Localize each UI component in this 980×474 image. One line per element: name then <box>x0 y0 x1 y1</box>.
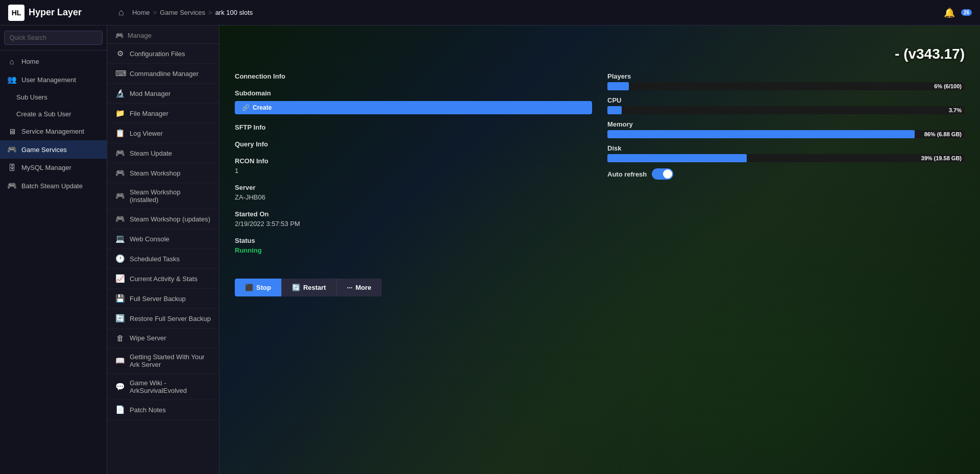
submenu-item-scheduled-tasks[interactable]: 🕐 Scheduled Tasks <box>107 249 219 269</box>
disk-bar-bg: 39% (19.58 GB) <box>607 154 965 162</box>
cpu-bar-fill <box>607 106 622 114</box>
steam-update-icon: 🎮 <box>115 148 125 158</box>
search-input[interactable] <box>4 31 103 45</box>
submenu-label-file-manager: File Manager <box>130 110 168 117</box>
submenu-item-log-viewer[interactable]: 📋 Log Viewer <box>107 123 219 143</box>
app-name: Hyper Layer <box>29 7 82 18</box>
submenu-item-activity-stats[interactable]: 📈 Current Activity & Stats <box>107 269 219 289</box>
submenu-header-label: Manage <box>128 32 152 39</box>
disk-label: Disk <box>607 144 965 152</box>
commandline-icon: ⌨ <box>115 69 125 78</box>
submenu-item-workshop-updates[interactable]: 🎮 Steam Workshop (updates) <box>107 209 219 229</box>
sidebar-label-home: Home <box>21 58 39 65</box>
config-icon: ⚙ <box>115 49 125 58</box>
submenu-label-getting-started: Getting Started With Your Ark Server <box>130 353 211 368</box>
database-icon: 🗄 <box>7 163 16 172</box>
memory-stat: Memory 86% (6.88 GB) <box>607 120 965 138</box>
sidebar-item-batch-steam[interactable]: 🎮 Batch Steam Update <box>0 177 107 195</box>
submenu-item-restore-backup[interactable]: 🔄 Restore Full Server Backup <box>107 309 219 329</box>
players-label: Players <box>607 72 965 80</box>
submenu-item-patch-notes[interactable]: 📄 Patch Notes <box>107 400 219 420</box>
mod-icon: 🔬 <box>115 89 125 98</box>
submenu-item-steam-workshop[interactable]: 🎮 Steam Workshop <box>107 163 219 183</box>
sidebar-item-create-sub-user[interactable]: Create a Sub User <box>0 106 107 122</box>
submenu-item-file-manager[interactable]: 📁 File Manager <box>107 104 219 123</box>
sidebar-label-game-services: Game Services <box>21 146 67 154</box>
breadcrumb: Home > Game Services > ark 100 slots <box>132 9 936 16</box>
submenu-item-mod-manager[interactable]: 🔬 Mod Manager <box>107 84 219 104</box>
info-grid: Connection Info Subdomain 🔗 Create SFTP … <box>235 72 965 296</box>
submenu-label-steam-update: Steam Update <box>130 149 172 157</box>
breadcrumb-home[interactable]: Home <box>132 9 150 16</box>
logo: HL Hyper Layer <box>8 5 110 21</box>
subdomain-create-button[interactable]: 🔗 Create <box>235 101 592 114</box>
submenu-item-wipe-server[interactable]: 🗑 Wipe Server <box>107 329 219 348</box>
home-nav-icon[interactable]: ⌂ <box>118 7 124 18</box>
sidebar-item-home[interactable]: ⌂ Home <box>0 53 107 70</box>
breadcrumb-sep-1: > <box>153 9 157 16</box>
more-icon: ··· <box>347 284 353 291</box>
connection-info-label: Connection Info <box>235 72 592 80</box>
home-icon: ⌂ <box>7 57 16 66</box>
sidebar-label-service-management: Service Management <box>21 128 84 135</box>
sidebar-item-sub-users[interactable]: Sub Users <box>0 89 107 106</box>
stop-label: Stop <box>256 284 271 291</box>
submenu-item-steam-update[interactable]: 🎮 Steam Update <box>107 143 219 163</box>
sftp-label: SFTP Info <box>235 123 592 131</box>
content-area: - (v343.17) Connection Info Subdomain 🔗 … <box>219 26 980 307</box>
workshop-installed-icon: 🎮 <box>115 191 125 201</box>
query-info: Query Info <box>235 140 592 148</box>
players-stat: Players 6% (6/100) <box>607 72 965 90</box>
auto-refresh-toggle[interactable] <box>652 168 673 180</box>
memory-bar-fill <box>607 130 915 138</box>
subdomain-label: Subdomain <box>235 89 592 97</box>
sidebar-item-game-services[interactable]: 🎮 Game Services <box>0 140 107 159</box>
console-icon: 💻 <box>115 234 125 243</box>
sidebar-item-service-management[interactable]: 🖥 Service Management <box>0 122 107 140</box>
submenu-item-config-files[interactable]: ⚙ Configuration Files <box>107 44 219 64</box>
submenu-label-full-backup: Full Server Backup <box>130 295 186 303</box>
toggle-knob <box>663 169 672 179</box>
submenu-item-commandline[interactable]: ⌨ Commandline Manager <box>107 64 219 84</box>
submenu-label-workshop-updates: Steam Workshop (updates) <box>130 215 210 223</box>
restore-icon: 🔄 <box>115 314 125 323</box>
submenu-item-full-backup[interactable]: 💾 Full Server Backup <box>107 289 219 309</box>
breadcrumb-game-services[interactable]: Game Services <box>160 9 205 16</box>
status-info: Status Running <box>235 237 592 254</box>
submenu-label-scheduled-tasks: Scheduled Tasks <box>130 255 180 263</box>
more-label: More <box>356 284 372 291</box>
users-icon: 👥 <box>7 75 16 84</box>
stop-button[interactable]: ⬛ Stop <box>235 279 281 296</box>
trash-icon: 🗑 <box>115 334 125 342</box>
topbar-right: 🔔 26 <box>944 7 972 18</box>
status-value: Running <box>235 246 592 254</box>
notification-badge: 26 <box>961 9 972 16</box>
submenu-item-getting-started[interactable]: 📖 Getting Started With Your Ark Server <box>107 348 219 374</box>
logo-icon: HL <box>8 5 24 21</box>
sidebar-label-mysql: MySQL Manager <box>21 164 71 171</box>
backup-icon: 💾 <box>115 294 125 303</box>
cpu-bar-text: 3.7% <box>949 106 962 114</box>
bell-icon[interactable]: 🔔 <box>944 7 955 18</box>
sidebar-item-user-management[interactable]: 👥 User Management <box>0 70 107 89</box>
memory-bar-text: 86% (6.88 GB) <box>924 130 962 138</box>
sidebar: ⌂ Home 👥 User Management Sub Users Creat… <box>0 26 107 474</box>
submenu-item-game-wiki[interactable]: 💬 Game Wiki - ArkSurvivalEvolved <box>107 374 219 400</box>
sidebar-item-mysql[interactable]: 🗄 MySQL Manager <box>0 159 107 177</box>
restart-label: Restart <box>303 284 326 291</box>
breadcrumb-sep-2: > <box>208 9 212 16</box>
topbar: HL Hyper Layer ⌂ Home > Game Services > … <box>0 0 980 26</box>
action-buttons: ⬛ Stop 🔄 Restart ··· More <box>235 279 592 296</box>
restart-button[interactable]: 🔄 Restart <box>281 279 337 296</box>
submenu-label-wipe-server: Wipe Server <box>130 334 166 342</box>
submenu-item-workshop-installed[interactable]: 🎮 Steam Workshop (installed) <box>107 183 219 209</box>
cpu-label: CPU <box>607 96 965 104</box>
memory-label: Memory <box>607 120 965 128</box>
started-on-value: 2/19/2022 3:57:53 PM <box>235 220 592 228</box>
wiki-icon: 💬 <box>115 382 125 391</box>
sidebar-section: ⌂ Home 👥 User Management Sub Users Creat… <box>0 51 107 197</box>
submenu: 🎮 Manage ⚙ Configuration Files ⌨ Command… <box>107 26 219 474</box>
more-button[interactable]: ··· More <box>337 279 382 296</box>
restart-icon: 🔄 <box>292 284 300 291</box>
submenu-item-web-console[interactable]: 💻 Web Console <box>107 229 219 249</box>
